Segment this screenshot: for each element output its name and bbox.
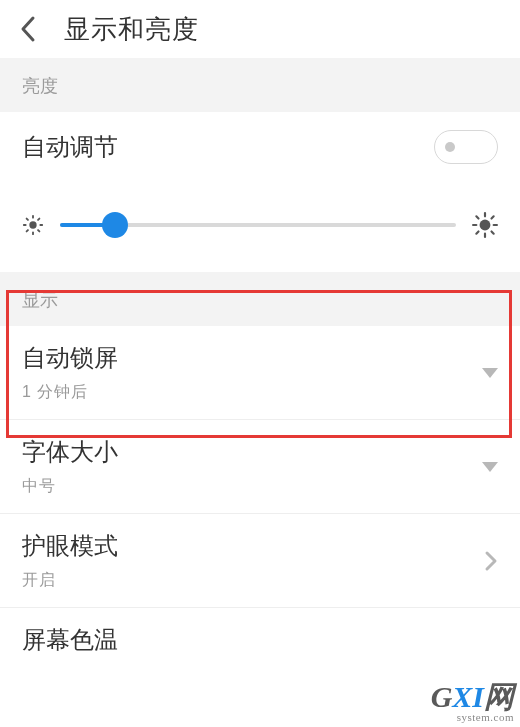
svg-line-14 (476, 216, 478, 218)
auto-adjust-row: 自动调节 (0, 112, 520, 182)
svg-line-17 (492, 216, 494, 218)
caret-down-icon (482, 462, 498, 472)
sun-low-icon (22, 214, 44, 236)
caret-down-icon (482, 368, 498, 378)
svg-line-7 (27, 230, 28, 231)
auto-adjust-toggle[interactable] (434, 130, 498, 164)
svg-point-0 (29, 221, 36, 228)
watermark-url: system.com (431, 712, 514, 723)
brightness-slider-row (0, 182, 520, 272)
watermark-suffix: 网 (484, 680, 514, 713)
eye-care-label: 护眼模式 (22, 530, 118, 562)
page-title: 显示和亮度 (64, 12, 199, 47)
watermark: GXI网 system.com (431, 682, 514, 723)
color-temp-row[interactable]: 屏幕色温 (0, 608, 520, 672)
svg-line-16 (476, 232, 478, 234)
font-size-value: 中号 (22, 476, 118, 497)
font-size-row[interactable]: 字体大小 中号 (0, 420, 520, 513)
auto-lock-label: 自动锁屏 (22, 342, 118, 374)
color-temp-label: 屏幕色温 (22, 624, 118, 656)
svg-line-15 (492, 232, 494, 234)
auto-lock-row[interactable]: 自动锁屏 1 分钟后 (0, 326, 520, 419)
eye-care-value: 开启 (22, 570, 118, 591)
toggle-knob (445, 142, 455, 152)
watermark-g: G (431, 680, 453, 713)
svg-line-5 (27, 219, 28, 220)
brightness-slider[interactable] (60, 223, 456, 227)
back-button[interactable] (8, 9, 48, 49)
eye-care-row[interactable]: 护眼模式 开启 (0, 514, 520, 607)
chevron-left-icon (19, 15, 37, 43)
svg-line-8 (38, 219, 39, 220)
section-header-brightness: 亮度 (0, 58, 520, 112)
slider-thumb[interactable] (102, 212, 128, 238)
section-header-display: 显示 (0, 272, 520, 326)
svg-point-9 (480, 220, 491, 231)
svg-line-6 (38, 230, 39, 231)
font-size-label: 字体大小 (22, 436, 118, 468)
chevron-right-icon (484, 550, 498, 572)
auto-adjust-label: 自动调节 (22, 131, 118, 163)
auto-lock-value: 1 分钟后 (22, 382, 118, 403)
watermark-xi: XI (452, 680, 484, 713)
header-bar: 显示和亮度 (0, 0, 520, 58)
sun-high-icon (472, 212, 498, 238)
